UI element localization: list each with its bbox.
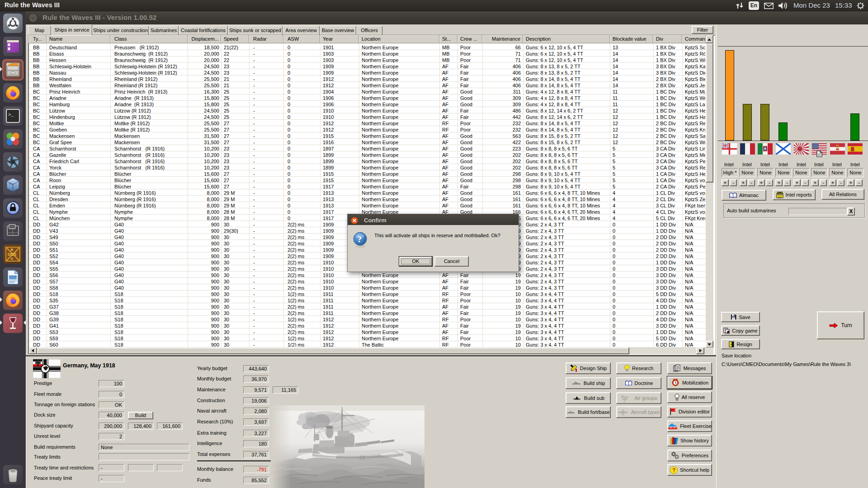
svg-text:DOS: DOS (8, 252, 17, 257)
svg-text:B: B (11, 248, 14, 252)
svg-text:X: X (11, 257, 14, 261)
svg-text:>_: >_ (8, 113, 14, 117)
svg-text:?: ? (672, 467, 675, 474)
svg-text:?: ? (358, 235, 362, 244)
